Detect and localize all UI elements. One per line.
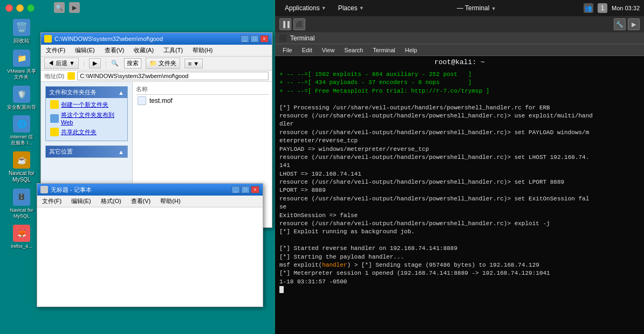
explorer-menu-favorites[interactable]: 收藏(A) — [132, 46, 155, 55]
explorer-forward-button[interactable]: ▶ — [89, 58, 101, 68]
notepad-textarea[interactable] — [39, 210, 261, 300]
kali-terminal-window: Applications ▼ Places ▼ ― Terminal ▼ 👥 1… — [275, 0, 644, 334]
explorer-maximize-btn[interactable]: □ — [250, 35, 259, 43]
kali-workspace-indicator: 1 — [598, 3, 607, 13]
explorer-back-button[interactable]: ◀ 后退 ▼ — [44, 58, 79, 69]
desktop-icon-recyclebin-label: 回收站 — [13, 38, 30, 44]
desktop-icon-vmware[interactable]: 📁 VMware 共享文件夹 — [5, 50, 38, 80]
desktop-icon-recyclebin[interactable]: 🗑️ 回收站 — [5, 19, 38, 44]
term-line-running: [*] Exploit running as background job. — [279, 228, 640, 236]
kali-applications-menu[interactable]: Applications ▼ — [279, 3, 332, 13]
notepad-menu-help[interactable]: 帮助(H) — [159, 197, 182, 206]
explorer-folder-icon — [44, 35, 52, 43]
desktop-icon-iis[interactable]: 🌐 Internet 信息服务 I... — [5, 115, 38, 146]
kali-users-icon: 👥 — [584, 3, 593, 13]
panel-pause-btn[interactable]: ▐▐ — [279, 18, 291, 30]
mac-toolbar: 🔍 ▶ — [54, 2, 80, 13]
term-line-processing: [*] Processing /usr/share/veil-output/ha… — [279, 104, 640, 112]
terminal-chevron: ▼ — [491, 6, 496, 11]
explorer-view-button[interactable]: ≡ ▼ — [184, 59, 203, 68]
explorer-addressbar: 地址(D) — [41, 71, 272, 82]
share-icon — [50, 128, 59, 136]
term-line-resource6: resource (/usr/share/veil-output/handler… — [279, 220, 640, 228]
sidebar-link-new-folder-label: 创建一个新文件夹 — [61, 101, 108, 109]
notepad-titlebar: 无标题 - 记事本 _ □ × — [37, 184, 263, 196]
terminal-output[interactable]: + -- --=[ 1502 exploits - 864 auxiliary … — [275, 67, 644, 334]
sidebar-link-share[interactable]: 共享此文件夹 — [50, 128, 123, 136]
notepad-menu-file[interactable]: 文件(F) — [40, 197, 63, 206]
explorer-folder-button[interactable]: 📁 文件夹 — [146, 58, 180, 69]
panel-record-btn[interactable]: ⬛ — [293, 18, 305, 30]
explorer-titlebar: C:\WINDOWS\system32\wbem\mof\good _ □ × — [41, 33, 272, 45]
sidebar-section-places-header[interactable]: 其它位置 ▲ — [46, 146, 127, 157]
term-line-blank1 — [279, 95, 640, 103]
desktop-icon-iis-label: Internet 信息服务 I... — [10, 134, 33, 146]
term-line-lport: LPORT => 8889 — [279, 186, 640, 194]
explorer-close-btn[interactable]: × — [260, 35, 269, 43]
explorer-toolbar: ◀ 后退 ▼ | ▶ | 🔍 搜索 📁 文件夹 ≡ ▼ — [41, 57, 272, 71]
term-menu-file[interactable]: File — [278, 46, 297, 54]
sidebar-link-publish-label: 将这个文件夹发布到Web — [61, 111, 114, 126]
windows-desktop: 🔍 ▶ 🗑️ 回收站 📁 VMware 共享文件夹 🛡️ 安全配置向导 🌐 In… — [0, 0, 275, 334]
term-menu-edit[interactable]: Edit — [298, 46, 317, 54]
explorer-minimize-btn[interactable]: _ — [241, 35, 249, 43]
explorer-menu-view[interactable]: 查看(V) — [103, 46, 126, 55]
sidebar-section-tasks: 文件和文件夹任务 ▲ 创建一个新文件夹 将这个文件夹发布到Web — [45, 86, 128, 141]
term-menu-view[interactable]: View — [318, 46, 339, 54]
address-input[interactable] — [77, 72, 269, 80]
term-line-timestamp: 1-18 03:31:57 -0500 — [279, 278, 640, 286]
minimize-button[interactable] — [16, 4, 24, 12]
notepad-content[interactable] — [37, 207, 263, 302]
sidebar-link-share-label: 共享此文件夹 — [61, 128, 97, 136]
term-line-meterpreter: [*] Meterpreter session 1 opened (192.16… — [279, 269, 640, 277]
explorer-search-button[interactable]: 搜索 — [124, 58, 141, 68]
explorer-col-header: 名称 — [136, 85, 269, 95]
term-menu-terminal[interactable]: Terminal — [368, 46, 400, 54]
sidebar-section-tasks-title: 文件和文件夹任务 — [49, 88, 97, 96]
mac-window-controls[interactable] — [5, 4, 35, 12]
notepad-close-btn[interactable]: × — [251, 186, 259, 193]
maximize-button[interactable] — [27, 4, 35, 12]
col-name-header: 名称 — [136, 85, 269, 93]
sidebar-link-new-folder[interactable]: 创建一个新文件夹 — [50, 100, 123, 109]
new-folder-icon — [50, 100, 59, 109]
desktop-icon-firefox[interactable]: 🦊 irefox_4... — [5, 225, 38, 249]
terminal-cursor — [279, 286, 284, 293]
sidebar-link-publish[interactable]: 将这个文件夹发布到Web — [50, 111, 123, 126]
toolbar-icon-2[interactable]: ▶ — [69, 2, 80, 13]
notepad-window-controls[interactable]: _ □ × — [231, 186, 259, 193]
explorer-menu-tools[interactable]: 工具(T) — [162, 46, 184, 55]
panel-next-btn[interactable]: ▶ — [628, 18, 640, 30]
notepad-menu-edit[interactable]: 编辑(E) — [70, 197, 93, 206]
term-menu-help[interactable]: Help — [401, 46, 422, 54]
desktop-icon-firefox-label: irefox_4... — [11, 243, 32, 249]
panel-tools-btn[interactable]: 🔧 — [614, 18, 626, 30]
sidebar-section-tasks-header[interactable]: 文件和文件夹任务 ▲ — [46, 87, 127, 98]
term-line-resource5: resource (/usr/share/veil-output/handler… — [279, 195, 640, 203]
explorer-menu-file[interactable]: 文件(F) — [44, 46, 67, 55]
term-line-eterp: eterpreter/reverse_tcp — [279, 137, 640, 145]
notepad-minimize-btn[interactable]: _ — [231, 186, 240, 193]
notepad-maximize-btn[interactable]: □ — [241, 186, 250, 193]
close-button[interactable] — [5, 4, 13, 12]
sidebar-section-places-title: 其它位置 — [49, 148, 73, 156]
desktop-icon-java[interactable]: ☕ Navicat for MySQL — [5, 151, 38, 183]
desktop-icon-navicat[interactable]: 🗄️ Navicat forMySQL — [5, 189, 38, 219]
sidebar-section-tasks-content: 创建一个新文件夹 将这个文件夹发布到Web 共享此文件夹 — [46, 98, 127, 141]
notepad-menu-view[interactable]: 查看(V) — [129, 197, 153, 206]
explorer-menu-edit[interactable]: 编辑(E) — [73, 46, 97, 55]
explorer-menu-help[interactable]: 帮助(H) — [191, 46, 214, 55]
notepad-menu-format[interactable]: 格式(O) — [99, 197, 123, 206]
term-menu-search[interactable]: Search — [340, 46, 367, 54]
publish-icon — [50, 114, 59, 123]
file-item-test-mof[interactable]: test.mof — [136, 95, 269, 107]
explorer-window-controls[interactable]: _ □ × — [241, 35, 269, 43]
term-line-dler: dler — [279, 120, 640, 128]
desktop-icon-security[interactable]: 🛡️ 安全配置向导 — [5, 86, 38, 110]
term-line-1: + -- --=[ 1502 exploits - 864 auxiliary … — [279, 71, 640, 79]
toolbar-icon-1[interactable]: 🔍 — [54, 2, 65, 13]
term-line-resource3: resource (/usr/share/veil-output/handler… — [279, 154, 640, 162]
notepad-menubar: 文件(F) 编辑(E) 格式(O) 查看(V) 帮助(H) — [37, 196, 263, 207]
term-line-lhost: LHOST => 192.168.74.141 — [279, 170, 640, 178]
kali-places-menu[interactable]: Places ▼ — [333, 3, 369, 13]
